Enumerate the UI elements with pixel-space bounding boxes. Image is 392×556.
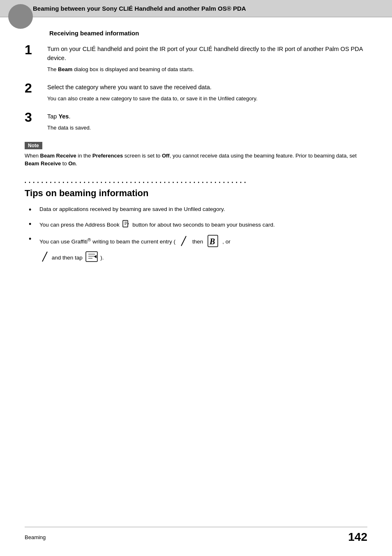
svg-line-4 [181,236,186,246]
svg-line-7 [42,252,47,262]
dotted-divider: • • • • • • • • • • • • • • • • • • • • … [25,180,367,185]
step-1-content: Turn on your CLIÉ handheld and point the… [47,45,367,73]
step-3-sub-text: The data is saved. [47,124,367,132]
footer: Beaming 142 [25,527,367,544]
header-circle-decoration [8,4,33,29]
page-container: Beaming between your Sony CLIÉ Handheld … [0,0,392,556]
note-text: When Beam Receive in the Preferences scr… [25,152,367,168]
tips-heading: Tips on beaming information [25,188,367,199]
svg-rect-0 [123,220,128,227]
tip-3-line2: and then tap ). [39,251,367,265]
tip-item-1: • Data or applications received by beami… [29,205,367,215]
graffiti-slash-icon-2 [40,251,49,265]
step-number-3: 3 [25,111,47,124]
tip-3-line1: You can use Graffiti® writing to beam th… [39,239,231,245]
step-2-main-text: Select the category where you want to sa… [47,83,367,92]
note-label: Note [25,142,42,149]
step-number-2: 2 [25,81,47,95]
step-2: 2 Select the category where you want to … [25,83,367,102]
step-number-1: 1 [25,43,47,56]
svg-text:B: B [209,237,215,246]
graffiti-slash-icon [179,235,188,249]
graffiti-b-icon: B [207,234,219,250]
step-2-content: Select the category where you want to sa… [47,83,367,102]
tip-item-2: • You can press the Address Book button … [29,220,367,230]
header-bar: Beaming between your Sony CLIÉ Handheld … [0,0,392,17]
footer-right: 142 [348,531,367,544]
tip-text-2: You can press the Address Book button fo… [39,220,367,230]
tip-text-1: Data or applications received by beaming… [39,205,367,213]
step-1: 1 Turn on your CLIÉ handheld and point t… [25,45,367,73]
step-3-main-text: Tap Yes. [47,112,367,121]
bullet-1: • [29,204,37,215]
note-box: Note When Beam Receive in the Preference… [25,142,367,168]
bullet-3: • [29,234,37,245]
header-title: Beaming between your Sony CLIÉ Handheld … [33,5,246,12]
step-3: 3 Tap Yes. The data is saved. [25,112,367,132]
beam-icon [85,251,98,265]
address-book-icon [122,220,130,230]
step-3-content: Tap Yes. The data is saved. [47,112,367,132]
dots-line: • • • • • • • • • • • • • • • • • • • • … [25,180,247,185]
footer-left: Beaming [25,534,46,540]
step-1-main-text: Turn on your CLIÉ handheld and point the… [47,45,367,63]
step-2-sub-text: You can also create a new category to sa… [47,95,367,103]
tip-text-3: You can use Graffiti® writing to beam th… [39,234,367,265]
step-1-sub-text: The Beam dialog box is displayed and bea… [47,65,367,74]
tips-list: • Data or applications received by beami… [25,205,367,265]
bullet-2: • [29,219,37,230]
receiving-heading: Receiving beamed information [49,30,367,37]
tip-item-3: • You can use Graffiti® writing to beam … [29,234,367,265]
main-content: Receiving beamed information 1 Turn on y… [0,17,392,285]
